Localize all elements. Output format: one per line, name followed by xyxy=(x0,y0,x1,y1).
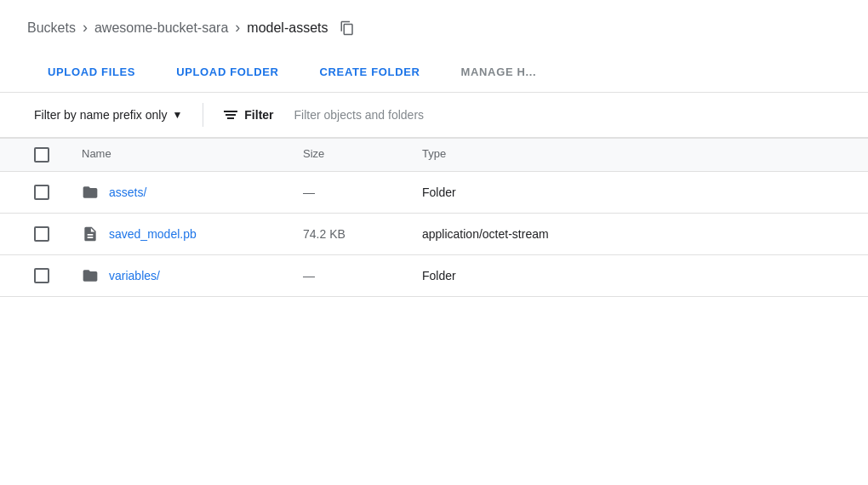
folder-icon-variables xyxy=(82,267,99,284)
breadcrumb-bucket-name[interactable]: awesome-bucket-sara xyxy=(94,20,228,36)
checkbox-assets[interactable] xyxy=(34,185,49,200)
row-type-assets: Folder xyxy=(415,174,671,211)
checkbox-savedmodel[interactable] xyxy=(34,226,49,242)
folder-icon-assets xyxy=(82,184,99,201)
row-checkbox-variables xyxy=(27,256,75,295)
filter-dropdown-label: Filter by name prefix only xyxy=(34,108,167,122)
filter-lines-icon xyxy=(224,111,237,119)
name-text-variables: variables/ xyxy=(109,269,160,282)
row-type-variables: Folder xyxy=(415,257,671,294)
row-checkbox-assets xyxy=(27,173,75,212)
row-size-variables: — xyxy=(296,257,415,294)
filter-button[interactable]: Filter xyxy=(217,103,280,127)
checkbox-variables[interactable] xyxy=(34,268,49,283)
breadcrumb-separator-1: › xyxy=(83,19,88,37)
row-name-variables[interactable]: variables/ xyxy=(75,255,296,296)
file-icon-savedmodel xyxy=(82,225,99,242)
row-extra-savedmodel xyxy=(671,222,841,246)
row-size-assets: — xyxy=(296,174,415,211)
filter-label: Filter xyxy=(244,108,273,122)
row-extra-variables xyxy=(671,264,841,288)
row-checkbox-savedmodel xyxy=(27,214,75,254)
header-size: Size xyxy=(296,139,415,171)
upload-folder-button[interactable]: UPLOAD FOLDER xyxy=(156,52,299,92)
breadcrumb-buckets[interactable]: Buckets xyxy=(27,20,76,36)
filter-input-placeholder[interactable]: Filter objects and folders xyxy=(294,108,425,122)
table-header: Name Size Type xyxy=(0,139,868,172)
select-all-checkbox[interactable] xyxy=(34,147,49,163)
table-row: variables/ — Folder xyxy=(0,255,868,297)
create-folder-button[interactable]: CREATE FOLDER xyxy=(300,52,441,92)
file-table: Name Size Type assets/ — Folder saved_mo… xyxy=(0,139,868,297)
filter-row: Filter by name prefix only ▼ Filter Filt… xyxy=(0,93,868,139)
header-checkbox-cell xyxy=(27,139,75,171)
breadcrumb-separator-2: › xyxy=(235,19,240,37)
action-bar: UPLOAD FILES UPLOAD FOLDER CREATE FOLDER… xyxy=(0,52,868,93)
breadcrumb-current: model-assets xyxy=(247,20,328,36)
row-type-savedmodel: application/octet-stream xyxy=(415,215,671,253)
upload-files-button[interactable]: UPLOAD FILES xyxy=(27,52,156,92)
table-row: saved_model.pb 74.2 KB application/octet… xyxy=(0,214,868,255)
name-text-savedmodel: saved_model.pb xyxy=(109,227,197,241)
row-size-savedmodel: 74.2 KB xyxy=(296,215,415,253)
row-name-assets[interactable]: assets/ xyxy=(75,172,296,213)
table-row: assets/ — Folder xyxy=(0,172,868,214)
row-name-savedmodel[interactable]: saved_model.pb xyxy=(75,214,296,254)
header-name: Name xyxy=(75,139,296,171)
filter-divider xyxy=(203,103,203,127)
row-extra-assets xyxy=(671,180,841,204)
copy-path-icon[interactable] xyxy=(340,20,355,36)
chevron-down-icon: ▼ xyxy=(172,109,182,121)
name-text-assets: assets/ xyxy=(109,185,146,199)
manage-holds-button[interactable]: MANAGE H... xyxy=(441,52,557,92)
header-type: Type xyxy=(415,139,671,171)
filter-dropdown[interactable]: Filter by name prefix only ▼ xyxy=(27,103,189,127)
header-extra xyxy=(671,139,841,171)
breadcrumb: Buckets › awesome-bucket-sara › model-as… xyxy=(0,0,868,52)
